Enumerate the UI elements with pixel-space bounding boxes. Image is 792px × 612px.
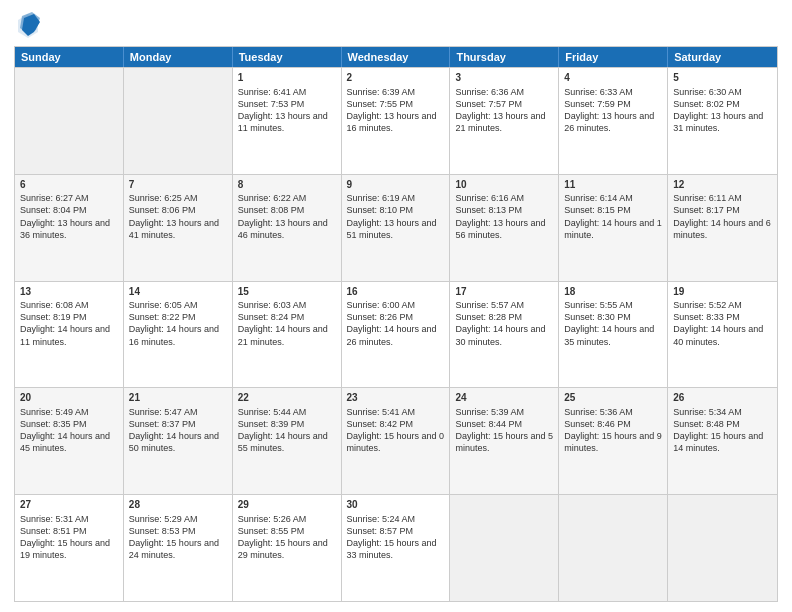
day-number: 7 xyxy=(129,178,227,192)
logo-icon xyxy=(14,10,42,38)
day-info: Sunrise: 5:39 AM Sunset: 8:44 PM Dayligh… xyxy=(455,406,553,455)
weekday-header-friday: Friday xyxy=(559,47,668,67)
calendar-row-1: 1Sunrise: 6:41 AM Sunset: 7:53 PM Daylig… xyxy=(15,67,777,174)
day-info: Sunrise: 6:16 AM Sunset: 8:13 PM Dayligh… xyxy=(455,192,553,241)
day-number: 15 xyxy=(238,285,336,299)
day-info: Sunrise: 6:22 AM Sunset: 8:08 PM Dayligh… xyxy=(238,192,336,241)
day-info: Sunrise: 6:00 AM Sunset: 8:26 PM Dayligh… xyxy=(347,299,445,348)
day-info: Sunrise: 5:36 AM Sunset: 8:46 PM Dayligh… xyxy=(564,406,662,455)
calendar-day-19: 19Sunrise: 5:52 AM Sunset: 8:33 PM Dayli… xyxy=(668,282,777,388)
day-number: 21 xyxy=(129,391,227,405)
calendar-day-8: 8Sunrise: 6:22 AM Sunset: 8:08 PM Daylig… xyxy=(233,175,342,281)
weekday-header-monday: Monday xyxy=(124,47,233,67)
day-number: 3 xyxy=(455,71,553,85)
calendar-day-empty-0-0 xyxy=(15,68,124,174)
day-number: 2 xyxy=(347,71,445,85)
calendar-day-4: 4Sunrise: 6:33 AM Sunset: 7:59 PM Daylig… xyxy=(559,68,668,174)
calendar-day-empty-4-6 xyxy=(668,495,777,601)
day-number: 10 xyxy=(455,178,553,192)
calendar-day-28: 28Sunrise: 5:29 AM Sunset: 8:53 PM Dayli… xyxy=(124,495,233,601)
calendar-day-3: 3Sunrise: 6:36 AM Sunset: 7:57 PM Daylig… xyxy=(450,68,559,174)
calendar-row-2: 6Sunrise: 6:27 AM Sunset: 8:04 PM Daylig… xyxy=(15,174,777,281)
day-info: Sunrise: 5:24 AM Sunset: 8:57 PM Dayligh… xyxy=(347,513,445,562)
day-info: Sunrise: 6:19 AM Sunset: 8:10 PM Dayligh… xyxy=(347,192,445,241)
calendar-day-12: 12Sunrise: 6:11 AM Sunset: 8:17 PM Dayli… xyxy=(668,175,777,281)
weekday-header-thursday: Thursday xyxy=(450,47,559,67)
day-info: Sunrise: 6:11 AM Sunset: 8:17 PM Dayligh… xyxy=(673,192,772,241)
weekday-header-wednesday: Wednesday xyxy=(342,47,451,67)
calendar-body: 1Sunrise: 6:41 AM Sunset: 7:53 PM Daylig… xyxy=(15,67,777,601)
calendar-day-9: 9Sunrise: 6:19 AM Sunset: 8:10 PM Daylig… xyxy=(342,175,451,281)
day-info: Sunrise: 5:29 AM Sunset: 8:53 PM Dayligh… xyxy=(129,513,227,562)
calendar-day-21: 21Sunrise: 5:47 AM Sunset: 8:37 PM Dayli… xyxy=(124,388,233,494)
weekday-header-tuesday: Tuesday xyxy=(233,47,342,67)
day-number: 14 xyxy=(129,285,227,299)
calendar-row-3: 13Sunrise: 6:08 AM Sunset: 8:19 PM Dayli… xyxy=(15,281,777,388)
calendar-day-16: 16Sunrise: 6:00 AM Sunset: 8:26 PM Dayli… xyxy=(342,282,451,388)
day-number: 25 xyxy=(564,391,662,405)
day-number: 27 xyxy=(20,498,118,512)
calendar-day-empty-4-4 xyxy=(450,495,559,601)
calendar-day-26: 26Sunrise: 5:34 AM Sunset: 8:48 PM Dayli… xyxy=(668,388,777,494)
day-info: Sunrise: 6:33 AM Sunset: 7:59 PM Dayligh… xyxy=(564,86,662,135)
day-number: 18 xyxy=(564,285,662,299)
calendar-day-6: 6Sunrise: 6:27 AM Sunset: 8:04 PM Daylig… xyxy=(15,175,124,281)
calendar-day-17: 17Sunrise: 5:57 AM Sunset: 8:28 PM Dayli… xyxy=(450,282,559,388)
calendar-day-10: 10Sunrise: 6:16 AM Sunset: 8:13 PM Dayli… xyxy=(450,175,559,281)
calendar-day-2: 2Sunrise: 6:39 AM Sunset: 7:55 PM Daylig… xyxy=(342,68,451,174)
day-info: Sunrise: 6:36 AM Sunset: 7:57 PM Dayligh… xyxy=(455,86,553,135)
day-number: 30 xyxy=(347,498,445,512)
weekday-header-sunday: Sunday xyxy=(15,47,124,67)
day-number: 6 xyxy=(20,178,118,192)
calendar-row-5: 27Sunrise: 5:31 AM Sunset: 8:51 PM Dayli… xyxy=(15,494,777,601)
logo xyxy=(14,10,46,38)
day-number: 16 xyxy=(347,285,445,299)
calendar: SundayMondayTuesdayWednesdayThursdayFrid… xyxy=(14,46,778,602)
day-info: Sunrise: 6:14 AM Sunset: 8:15 PM Dayligh… xyxy=(564,192,662,241)
day-number: 20 xyxy=(20,391,118,405)
day-info: Sunrise: 5:41 AM Sunset: 8:42 PM Dayligh… xyxy=(347,406,445,455)
day-number: 26 xyxy=(673,391,772,405)
day-number: 5 xyxy=(673,71,772,85)
day-info: Sunrise: 6:25 AM Sunset: 8:06 PM Dayligh… xyxy=(129,192,227,241)
calendar-day-1: 1Sunrise: 6:41 AM Sunset: 7:53 PM Daylig… xyxy=(233,68,342,174)
day-info: Sunrise: 5:26 AM Sunset: 8:55 PM Dayligh… xyxy=(238,513,336,562)
day-number: 4 xyxy=(564,71,662,85)
calendar-row-4: 20Sunrise: 5:49 AM Sunset: 8:35 PM Dayli… xyxy=(15,387,777,494)
day-number: 1 xyxy=(238,71,336,85)
day-number: 24 xyxy=(455,391,553,405)
day-info: Sunrise: 6:39 AM Sunset: 7:55 PM Dayligh… xyxy=(347,86,445,135)
day-number: 23 xyxy=(347,391,445,405)
day-info: Sunrise: 5:49 AM Sunset: 8:35 PM Dayligh… xyxy=(20,406,118,455)
day-number: 11 xyxy=(564,178,662,192)
day-number: 22 xyxy=(238,391,336,405)
calendar-day-24: 24Sunrise: 5:39 AM Sunset: 8:44 PM Dayli… xyxy=(450,388,559,494)
calendar-day-30: 30Sunrise: 5:24 AM Sunset: 8:57 PM Dayli… xyxy=(342,495,451,601)
calendar-header: SundayMondayTuesdayWednesdayThursdayFrid… xyxy=(15,47,777,67)
calendar-day-5: 5Sunrise: 6:30 AM Sunset: 8:02 PM Daylig… xyxy=(668,68,777,174)
day-number: 12 xyxy=(673,178,772,192)
calendar-day-15: 15Sunrise: 6:03 AM Sunset: 8:24 PM Dayli… xyxy=(233,282,342,388)
page: SundayMondayTuesdayWednesdayThursdayFrid… xyxy=(0,0,792,612)
calendar-day-14: 14Sunrise: 6:05 AM Sunset: 8:22 PM Dayli… xyxy=(124,282,233,388)
calendar-day-18: 18Sunrise: 5:55 AM Sunset: 8:30 PM Dayli… xyxy=(559,282,668,388)
calendar-day-empty-4-5 xyxy=(559,495,668,601)
calendar-day-23: 23Sunrise: 5:41 AM Sunset: 8:42 PM Dayli… xyxy=(342,388,451,494)
day-info: Sunrise: 5:55 AM Sunset: 8:30 PM Dayligh… xyxy=(564,299,662,348)
day-info: Sunrise: 6:08 AM Sunset: 8:19 PM Dayligh… xyxy=(20,299,118,348)
day-info: Sunrise: 5:44 AM Sunset: 8:39 PM Dayligh… xyxy=(238,406,336,455)
day-info: Sunrise: 5:47 AM Sunset: 8:37 PM Dayligh… xyxy=(129,406,227,455)
day-info: Sunrise: 6:03 AM Sunset: 8:24 PM Dayligh… xyxy=(238,299,336,348)
day-number: 19 xyxy=(673,285,772,299)
calendar-day-7: 7Sunrise: 6:25 AM Sunset: 8:06 PM Daylig… xyxy=(124,175,233,281)
day-info: Sunrise: 5:31 AM Sunset: 8:51 PM Dayligh… xyxy=(20,513,118,562)
day-number: 8 xyxy=(238,178,336,192)
calendar-day-13: 13Sunrise: 6:08 AM Sunset: 8:19 PM Dayli… xyxy=(15,282,124,388)
day-number: 29 xyxy=(238,498,336,512)
calendar-day-20: 20Sunrise: 5:49 AM Sunset: 8:35 PM Dayli… xyxy=(15,388,124,494)
calendar-day-empty-0-1 xyxy=(124,68,233,174)
calendar-day-25: 25Sunrise: 5:36 AM Sunset: 8:46 PM Dayli… xyxy=(559,388,668,494)
day-number: 13 xyxy=(20,285,118,299)
header xyxy=(14,10,778,38)
day-info: Sunrise: 5:57 AM Sunset: 8:28 PM Dayligh… xyxy=(455,299,553,348)
